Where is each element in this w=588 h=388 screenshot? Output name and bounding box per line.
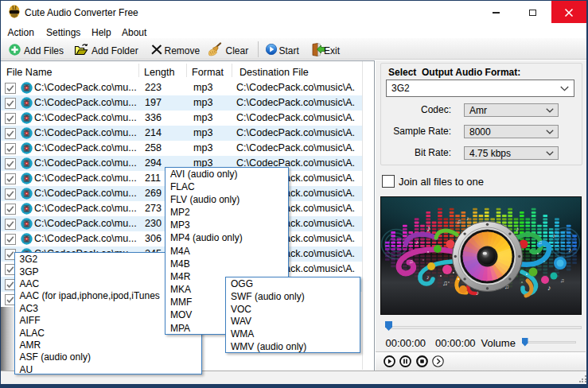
svg-text:♫: ♫ (442, 279, 448, 287)
svg-text:♫: ♫ (560, 277, 564, 283)
svg-text:♪: ♪ (426, 274, 430, 280)
svg-text:♫: ♫ (457, 218, 461, 225)
svg-text:♪: ♪ (568, 246, 571, 254)
svg-text:♪: ♪ (415, 239, 419, 246)
svg-text:♫: ♫ (538, 239, 542, 245)
svg-text:♪: ♪ (426, 223, 431, 233)
svg-text:♪: ♪ (516, 225, 520, 233)
svg-text:♪: ♪ (547, 284, 551, 292)
svg-text:♪: ♪ (552, 232, 555, 239)
svg-text:♪: ♪ (466, 215, 469, 221)
svg-text:♫: ♫ (409, 258, 413, 264)
